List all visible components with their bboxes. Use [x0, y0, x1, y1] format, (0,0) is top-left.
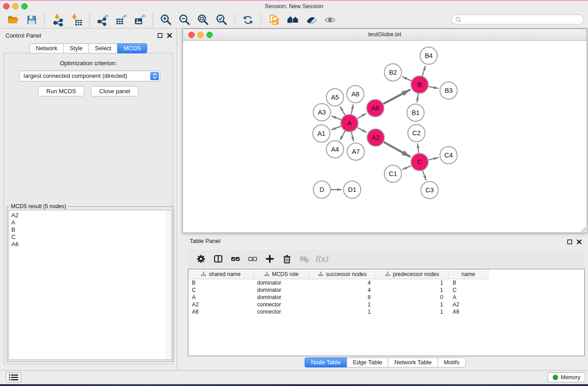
table-row[interactable]: Bdominator41B	[188, 279, 584, 286]
float-panel-icon[interactable]	[158, 33, 163, 38]
zoom-fit-button[interactable]	[196, 13, 210, 27]
memory-button[interactable]: Memory	[548, 372, 585, 382]
close-panel-icon[interactable]	[167, 33, 172, 38]
table-cell[interactable]: dominator	[254, 294, 309, 301]
graph-node-C2[interactable]: C2	[408, 124, 425, 142]
graph-node-A8[interactable]: A8	[347, 86, 364, 103]
graph-edge-A2-C[interactable]	[384, 142, 411, 157]
graph-edge-B-B3[interactable]	[429, 86, 439, 88]
result-list-item[interactable]: A6	[9, 241, 172, 248]
tab-select[interactable]: Select	[89, 43, 118, 53]
search-box[interactable]	[451, 14, 584, 24]
minimize-traffic-light[interactable]	[12, 3, 19, 10]
split-columns-button[interactable]	[210, 252, 227, 266]
table-cell[interactable]: 1	[376, 301, 449, 308]
graph-node-B[interactable]: B	[411, 76, 428, 93]
deselect-all-button[interactable]	[244, 252, 261, 266]
network-canvas[interactable]: A5A8A3AA1A4A7A6A2B4B2BB3B1C2CC4C1C3DD1	[183, 41, 587, 233]
graph-node-A2[interactable]: A2	[367, 129, 384, 146]
export-network-button[interactable]	[96, 13, 110, 27]
result-list-item[interactable]: A	[9, 219, 172, 226]
search-input[interactable]	[461, 16, 583, 23]
network-zoom-traffic-light[interactable]	[206, 32, 213, 38]
result-list-item[interactable]: A2	[9, 210, 172, 219]
table-cell[interactable]: 4	[309, 279, 376, 286]
save-session-button[interactable]	[24, 13, 38, 27]
network-minimize-traffic-light[interactable]	[197, 32, 204, 38]
import-table-button[interactable]	[69, 13, 83, 27]
table-row[interactable]: Cdominator41C	[188, 286, 584, 294]
graph-node-D1[interactable]: D1	[344, 181, 361, 198]
graph-node-A[interactable]: A	[341, 114, 358, 132]
table-tab-motifs[interactable]: Motifs	[437, 357, 466, 367]
graph-edge-B-B2[interactable]	[402, 77, 411, 81]
column-header-name[interactable]: name	[449, 269, 488, 279]
table-cell[interactable]: A2	[188, 301, 254, 308]
graph-node-A4[interactable]: A4	[326, 141, 344, 158]
zoom-traffic-light[interactable]	[21, 3, 28, 10]
table-cell[interactable]: A2	[449, 301, 488, 308]
import-network-button[interactable]	[51, 13, 65, 27]
graph-edge-A-A7[interactable]	[351, 132, 354, 142]
graph-edge-A-A6[interactable]	[357, 114, 366, 119]
table-cell[interactable]: 1	[376, 279, 449, 286]
graph-node-B3[interactable]: B3	[440, 82, 457, 99]
graph-node-D[interactable]: D	[313, 181, 330, 198]
zoom-in-button[interactable]	[159, 13, 173, 27]
graph-edge-A-A3[interactable]	[331, 116, 341, 119]
graph-edge-C-C3[interactable]	[423, 171, 426, 181]
graph-edge-A-A5[interactable]	[340, 106, 345, 115]
table-cell[interactable]: B	[188, 279, 254, 286]
table-cell[interactable]: A	[449, 294, 488, 301]
table-row[interactable]: Adominator80A	[188, 294, 584, 301]
graph-node-B4[interactable]: B4	[420, 47, 437, 64]
refresh-button[interactable]	[241, 13, 255, 27]
add-row-button[interactable]	[261, 252, 278, 266]
graph-edge-A-A8[interactable]	[351, 105, 353, 114]
graph-edge-B-B1[interactable]	[417, 94, 418, 102]
column-header-predecessor-nodes[interactable]: predecessor nodes	[376, 269, 449, 279]
graph-node-C3[interactable]: C3	[421, 181, 438, 199]
mcds-result-list[interactable]: A2ABCA6	[9, 210, 172, 360]
graph-node-A1[interactable]: A1	[313, 125, 330, 142]
graph-node-A6[interactable]: A6	[367, 100, 384, 117]
network-window-titlebar[interactable]: testGlobe.txt	[183, 29, 587, 41]
export-table-button[interactable]	[114, 13, 128, 27]
table-tab-edge-table[interactable]: Edge Table	[346, 357, 388, 367]
graph-edge-A-A4[interactable]	[340, 131, 345, 140]
table-cell[interactable]: 1	[376, 286, 449, 294]
tab-network[interactable]: Network	[29, 43, 64, 53]
close-traffic-light[interactable]	[3, 3, 10, 10]
column-header-mcds-role[interactable]: MCDS role	[254, 269, 309, 279]
table-cell[interactable]: A	[188, 294, 254, 301]
table-cell[interactable]: B	[449, 279, 488, 286]
graph-node-C[interactable]: C	[411, 153, 428, 171]
table-cell[interactable]: 1	[309, 308, 376, 315]
table-cell[interactable]: A6	[449, 308, 488, 315]
first-neighbors-button[interactable]	[286, 13, 300, 27]
table-cell[interactable]: 4	[309, 286, 376, 294]
optimization-criterion-dropdown[interactable]: largest connected component (directed)	[19, 71, 160, 81]
table-cell[interactable]: dominator	[254, 279, 309, 286]
close-panel-button[interactable]: Close panel	[91, 86, 139, 96]
select-all-button[interactable]	[227, 252, 244, 266]
column-header-shared-name[interactable]: shared name	[188, 269, 254, 279]
zoom-selected-button[interactable]	[215, 13, 229, 27]
node-table[interactable]: shared nameMCDS rolesuccessor nodesprede…	[188, 269, 585, 356]
float-panel-icon[interactable]	[567, 239, 572, 244]
close-panel-icon[interactable]	[577, 239, 582, 244]
table-tab-node-table[interactable]: Node Table	[305, 357, 347, 367]
table-cell[interactable]: connector	[254, 308, 309, 315]
graph-edge-C-C1[interactable]	[402, 166, 411, 170]
graph-node-A7[interactable]: A7	[347, 143, 364, 160]
graph-node-B1[interactable]: B1	[407, 104, 424, 121]
table-cell[interactable]: C	[449, 286, 488, 294]
open-file-button[interactable]	[6, 13, 20, 27]
graph-edge-A-A1[interactable]	[331, 126, 341, 130]
result-list-scrollbar[interactable]	[166, 210, 172, 359]
table-cell[interactable]: 1	[376, 308, 449, 315]
table-tab-network-table[interactable]: Network Table	[388, 357, 438, 367]
new-network-from-selection-button[interactable]	[267, 13, 281, 27]
graph-node-A3[interactable]: A3	[313, 104, 330, 121]
result-list-item[interactable]: B	[9, 226, 172, 234]
